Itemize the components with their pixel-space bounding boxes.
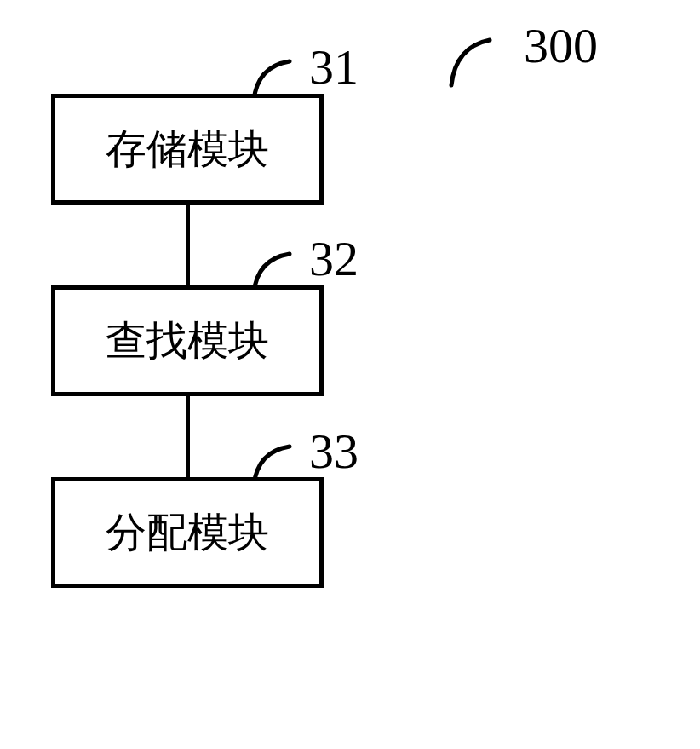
connector-1-2 [186,205,190,285]
block-label: 存储模块 [106,122,269,176]
block-label: 查找模块 [106,314,269,368]
block-search-module: 查找模块 [51,285,324,396]
block-id-32: 32 [309,230,359,287]
block-allocation-module: 分配模块 [51,477,324,588]
block-diagram: 300 31 存储模块 32 查找模块 33 分配模块 [51,26,324,588]
block-id-33: 33 [309,423,359,480]
block-storage-module: 存储模块 [51,94,324,205]
main-label: 300 [524,17,598,74]
connector-2-3 [186,396,190,477]
block-id-31: 31 [309,38,359,95]
block-label: 分配模块 [106,505,269,560]
